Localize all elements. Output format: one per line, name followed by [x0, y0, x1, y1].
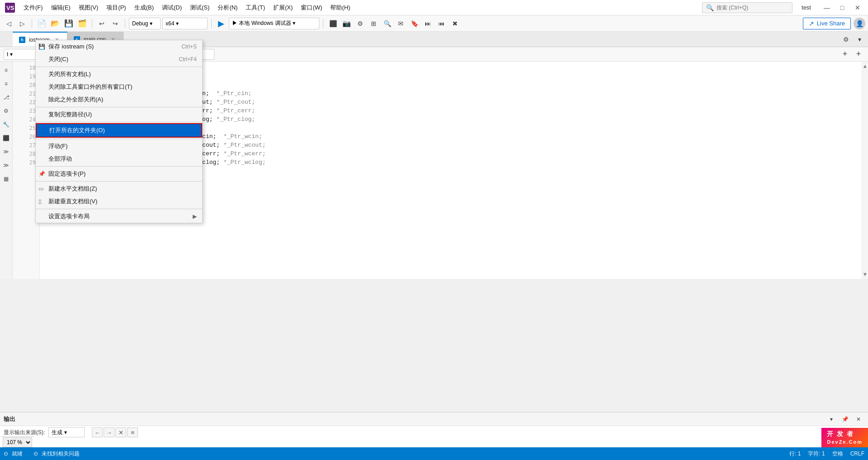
menu-float[interactable]: 浮动(F)	[36, 140, 202, 153]
screenshot-button[interactable]: 📷	[341, 18, 352, 29]
vertical-scrollbar[interactable]: ▲ ▼	[862, 62, 868, 279]
output-source-dropdown[interactable]: 生成 ▾	[48, 427, 85, 437]
menu-sep-3	[36, 122, 202, 122]
setting1-button[interactable]: ⚙	[354, 18, 366, 29]
run-dropdown[interactable]: ▶ 本地 Windows 调试器 ▾	[229, 18, 319, 29]
redo-button[interactable]: ↪	[109, 18, 121, 29]
output-panel-dropdown[interactable]: ▾	[825, 413, 837, 425]
toolbar-right: ↗ Live Share 👤	[803, 18, 865, 29]
main-toolbar: ◁ ▷ 📄 📂 💾 🗂️ ↩ ↪ Debug ▾ x64 ▾ ▶ ▶ 本地 Wi…	[0, 15, 868, 32]
new-file-button[interactable]: 📄	[36, 18, 47, 29]
menu-sep-2	[36, 107, 202, 107]
breakpoint-button[interactable]: ⬛	[327, 18, 339, 29]
output-btn-up[interactable]: ←	[92, 427, 103, 437]
next-bookmark-button[interactable]: ⏭	[422, 18, 434, 29]
output-panel-close[interactable]: ✕	[853, 413, 864, 425]
menu-analyze[interactable]: 分析(N)	[214, 2, 241, 14]
menu-window[interactable]: 窗口(W)	[297, 2, 326, 14]
search-input[interactable]	[716, 5, 780, 11]
menu-extensions[interactable]: 扩展(X)	[270, 2, 296, 14]
user-icon-symbol: 👤	[856, 20, 863, 27]
save-all-button[interactable]: 🗂️	[76, 18, 88, 29]
sidebar-icon-9[interactable]: ▦	[0, 173, 12, 185]
menu-new-horizontal-group[interactable]: ▭ 新建水平文档组(Z)	[36, 182, 202, 195]
forward-button[interactable]: ▷	[16, 18, 28, 29]
debug-mode-dropdown[interactable]: Debug ▾	[129, 18, 161, 29]
menu-help[interactable]: 帮助(H)	[327, 2, 354, 14]
namespace-arrow: ▾	[10, 51, 13, 58]
watermark-line2: DevZe.Com	[827, 439, 863, 446]
back-button[interactable]: ◁	[3, 18, 14, 29]
menu-tools[interactable]: 工具(T)	[242, 2, 269, 14]
save-button[interactable]: 💾	[63, 18, 75, 29]
sidebar-icon-7[interactable]: ≫	[0, 146, 12, 158]
menu-build[interactable]: 生成(B)	[131, 2, 157, 14]
minimize-button[interactable]: —	[820, 1, 834, 14]
comment-button[interactable]: ✉	[395, 18, 407, 29]
sidebar-icon-4[interactable]: ⚙	[0, 105, 12, 117]
sidebar-icon-6[interactable]: ⬛	[0, 132, 12, 144]
clear-bookmark-button[interactable]: ✖	[449, 18, 461, 29]
menu-sep-5	[36, 166, 202, 167]
run-button[interactable]: ▶	[215, 18, 227, 29]
user-avatar[interactable]: 👤	[854, 18, 865, 29]
float-label: 浮动(F)	[48, 142, 68, 150]
menu-close-except-tools[interactable]: 关闭除工具窗口外的所有窗口(T)	[36, 81, 202, 93]
title-bar-right: 🔍 test — □ ✕	[702, 1, 864, 14]
maximize-button[interactable]: □	[835, 1, 849, 14]
close-all-except-label: 除此之外全部关闭(A)	[48, 96, 103, 104]
open-file-button[interactable]: 📂	[49, 18, 61, 29]
menu-edit[interactable]: 编辑(E)	[47, 2, 74, 14]
menu-file[interactable]: 文件(F)	[20, 2, 47, 14]
menu-view[interactable]: 视图(V)	[75, 2, 102, 14]
search-box[interactable]: 🔍	[702, 2, 792, 13]
output-btn-down[interactable]: →	[104, 427, 114, 437]
status-no-issues: ⊙	[33, 450, 38, 457]
menu-debug[interactable]: 调试(D)	[158, 2, 185, 14]
sidebar-icon-2[interactable]: ≡	[0, 78, 12, 90]
menu-set-tab-layout[interactable]: 设置选项卡布局 ▶	[36, 210, 202, 223]
setting2-button[interactable]: ⊞	[368, 18, 379, 29]
menu-copy-path[interactable]: 复制完整路径(U)	[36, 108, 202, 121]
output-toolbar-buttons: ← → ✕ ≡	[92, 427, 138, 437]
menu-save-iostream[interactable]: 💾 保存 iostream (S) Ctrl+S	[36, 40, 202, 53]
menu-close[interactable]: 关闭(C) Ctrl+F4	[36, 53, 202, 66]
menu-open-folder[interactable]: 打开所在的文件夹(O)	[36, 123, 202, 138]
zoom-select[interactable]: 107 % 100 % 125 % 150 %	[3, 437, 32, 447]
undo-button[interactable]: ↩	[96, 18, 108, 29]
scroll-up-button[interactable]: ▲	[863, 63, 868, 69]
horizontal-group-icon: ▭	[38, 186, 43, 192]
platform-dropdown[interactable]: x64 ▾	[162, 18, 208, 29]
search2-button[interactable]: 🔍	[381, 18, 393, 29]
zoom-in-down[interactable]: +	[853, 48, 864, 60]
menu-new-vertical-group[interactable]: ▯ 新建垂直文档组(V)	[36, 195, 202, 208]
sidebar-icon-8[interactable]: ≫	[0, 159, 12, 171]
live-share-button[interactable]: ↗ Live Share	[803, 18, 851, 29]
output-panel: 输出 ▾ 📌 ✕ 显示输出来源(S): 生成 ▾ ← → ✕ ≡	[0, 412, 868, 447]
output-panel-pin[interactable]: 📌	[839, 413, 851, 425]
tab-bar-right: ⚙ ▾	[840, 32, 868, 47]
close-button[interactable]: ✕	[851, 1, 864, 14]
menu-sep-1	[36, 67, 202, 67]
menu-pin-tab[interactable]: 📌 固定选项卡(P)	[36, 168, 202, 180]
menu-project[interactable]: 项目(P)	[103, 2, 129, 14]
scroll-down-button[interactable]: ▼	[863, 272, 868, 277]
toolbar-sep-5	[323, 19, 323, 28]
left-sidebar: ≡ ≡ ⎇ ⚙ 🔧 ⬛ ≫ ≫ ▦	[0, 62, 13, 279]
prev-bookmark-button[interactable]: ⏮	[436, 18, 447, 29]
menu-test[interactable]: 测试(S)	[186, 2, 213, 14]
sidebar-icon-1[interactable]: ≡	[0, 64, 12, 76]
menu-close-all-docs[interactable]: 关闭所有文档(L)	[36, 68, 202, 81]
menu-close-all-except[interactable]: 除此之外全部关闭(A)	[36, 93, 202, 106]
close-label: 关闭(C)	[48, 55, 68, 63]
zoom-in-right[interactable]: +	[839, 48, 851, 60]
sidebar-icon-5[interactable]: 🔧	[0, 119, 12, 130]
sidebar-icon-3[interactable]: ⎇	[0, 91, 12, 103]
output-btn-wrap[interactable]: ≡	[127, 427, 138, 437]
bookmark-button[interactable]: 🔖	[408, 18, 420, 29]
tab-settings-button[interactable]: ⚙	[840, 34, 852, 45]
tab-expand-button[interactable]: ▾	[854, 34, 865, 45]
watermark-line1: 开 发 者	[827, 430, 863, 439]
menu-float-all[interactable]: 全部浮动	[36, 153, 202, 165]
output-btn-clear[interactable]: ✕	[115, 427, 126, 437]
